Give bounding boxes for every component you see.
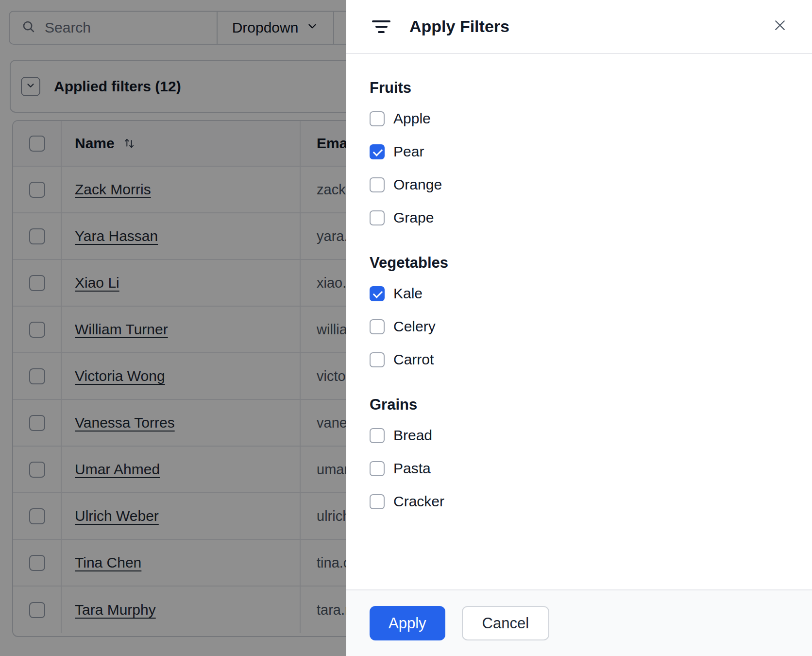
filter-option[interactable]: Celery	[370, 318, 789, 335]
filter-option-label: Celery	[393, 318, 436, 335]
filter-panel: Apply Filters Fruits Apple Pear Orange G…	[346, 0, 812, 656]
filter-option-label: Pasta	[393, 460, 431, 477]
filter-section: Fruits Apple Pear Orange Grape	[370, 79, 789, 226]
filter-option-label: Grape	[393, 209, 434, 226]
panel-title: Apply Filters	[409, 17, 509, 36]
checkbox[interactable]	[370, 144, 385, 159]
filter-option[interactable]: Cracker	[370, 493, 789, 510]
cancel-button[interactable]: Cancel	[462, 606, 550, 640]
filter-section: Grains Bread Pasta Cracker	[370, 396, 789, 510]
checkbox[interactable]	[370, 494, 385, 509]
filter-option[interactable]: Carrot	[370, 351, 789, 368]
filter-sections: Fruits Apple Pear Orange Grape Vegetable…	[346, 54, 812, 589]
apply-button[interactable]: Apply	[370, 606, 445, 640]
filter-option-label: Pear	[393, 143, 424, 160]
app-root: Search Dropdown Applied filters (12)	[0, 0, 812, 656]
filter-options: Kale Celery Carrot	[370, 285, 789, 368]
filter-section-heading: Grains	[370, 396, 789, 414]
filter-option[interactable]: Bread	[370, 427, 789, 444]
filter-option-label: Orange	[393, 176, 442, 193]
checkbox[interactable]	[370, 352, 385, 367]
filter-options: Apple Pear Orange Grape	[370, 110, 789, 226]
checkbox[interactable]	[370, 286, 385, 301]
checkbox[interactable]	[370, 111, 385, 126]
close-icon[interactable]	[772, 17, 788, 33]
panel-header: Apply Filters	[346, 0, 812, 54]
filter-option-label: Cracker	[393, 493, 444, 510]
filter-section-heading: Fruits	[370, 79, 789, 97]
checkbox[interactable]	[370, 428, 385, 443]
checkbox[interactable]	[370, 210, 385, 225]
modal-overlay[interactable]	[0, 0, 346, 656]
filter-option[interactable]: Orange	[370, 176, 789, 193]
filter-option-label: Carrot	[393, 351, 434, 368]
checkbox[interactable]	[370, 319, 385, 334]
panel-footer: Apply Cancel	[346, 589, 812, 656]
filter-options: Bread Pasta Cracker	[370, 427, 789, 510]
filter-option-label: Kale	[393, 285, 423, 302]
checkbox[interactable]	[370, 461, 385, 476]
filter-option-label: Bread	[393, 427, 432, 444]
filter-section: Vegetables Kale Celery Carrot	[370, 254, 789, 368]
filter-option-label: Apple	[393, 110, 431, 127]
filter-option[interactable]: Grape	[370, 209, 789, 226]
filter-option[interactable]: Apple	[370, 110, 789, 127]
filter-option[interactable]: Pasta	[370, 460, 789, 477]
filter-option[interactable]: Pear	[370, 143, 789, 160]
checkbox[interactable]	[370, 177, 385, 192]
filter-option[interactable]: Kale	[370, 285, 789, 302]
filter-icon	[372, 20, 391, 33]
filter-section-heading: Vegetables	[370, 254, 789, 272]
